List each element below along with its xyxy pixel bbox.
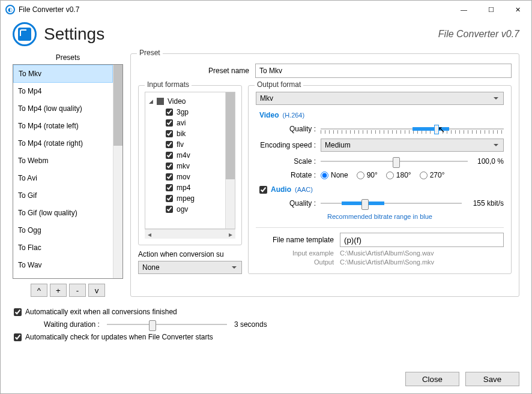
scale-value: 100,0 % [474, 157, 504, 166]
preset-up-button[interactable]: ^ [31, 284, 47, 297]
tree-vscrollbar[interactable] [225, 92, 235, 228]
preset-remove-button[interactable]: - [69, 284, 86, 297]
scale-slider[interactable] [321, 155, 468, 167]
action-dropdown[interactable]: None [138, 261, 242, 274]
preset-item[interactable]: To Mp3 [13, 274, 113, 278]
format-checkbox[interactable] [166, 195, 173, 202]
rotate-label: Rotate : [256, 171, 316, 179]
window-title: File Converter v0.7 [19, 5, 79, 14]
preset-item[interactable]: To Mp4 (low quality) [13, 100, 113, 118]
format-item[interactable]: mkv [148, 161, 223, 172]
save-button[interactable]: Save [465, 372, 519, 386]
format-checkbox[interactable] [166, 119, 173, 127]
video-codec-label: (H.264) [282, 112, 304, 119]
auto-update-checkbox[interactable] [14, 333, 22, 341]
preset-item[interactable]: To Gif (low quality) [13, 204, 113, 222]
close-window-button[interactable]: ✕ [504, 1, 531, 19]
preset-item[interactable]: To Flac [13, 239, 113, 257]
preset-name-input[interactable] [255, 64, 512, 78]
format-item[interactable]: avi [148, 118, 223, 128]
format-item[interactable]: 3gp [148, 107, 223, 118]
preset-item[interactable]: To Wav [13, 257, 113, 274]
preset-group-label: Preset [137, 49, 163, 57]
format-item[interactable]: ogv [148, 204, 223, 215]
format-checkbox[interactable] [166, 163, 173, 170]
tree-expand-icon[interactable]: ◢ [149, 98, 153, 104]
format-checkbox[interactable] [166, 130, 173, 137]
preset-item[interactable]: To Mkv [13, 65, 113, 83]
filename-template-input[interactable] [340, 233, 504, 247]
audio-codec-label: (AAC) [295, 186, 313, 193]
video-quality-label: Quality : [256, 125, 316, 133]
wait-duration-label: Waiting duration : [44, 320, 100, 329]
audio-quality-label: Quality : [256, 199, 316, 207]
wait-duration-slider[interactable] [107, 318, 227, 330]
maximize-button[interactable]: ☐ [477, 1, 504, 19]
rotate-option[interactable]: None [321, 171, 348, 179]
app-version-label: File Converter v0.7 [438, 29, 519, 40]
header: Settings File Converter v0.7 [1, 19, 531, 53]
wait-duration-value: 3 seconds [234, 320, 267, 329]
tree-root-checkbox[interactable] [157, 98, 164, 105]
input-formats-label: Input formats [145, 80, 192, 89]
output-example-value: C:\Music\Artist\Album\Song.mkv [340, 258, 434, 266]
rotate-option[interactable]: 270° [420, 171, 445, 179]
preset-scrollbar[interactable] [113, 65, 122, 278]
preset-down-button[interactable]: v [88, 284, 105, 297]
input-formats-tree[interactable]: ◢ Video 3gpavibikflvm4vmkvmovmp4mpegogv [145, 92, 225, 228]
auto-exit-checkbox[interactable] [14, 308, 22, 316]
format-checkbox[interactable] [166, 152, 173, 159]
format-checkbox[interactable] [166, 184, 173, 191]
titlebar: ◐ File Converter v0.7 — ☐ ✕ [1, 1, 531, 19]
format-item[interactable]: m4v [148, 150, 223, 161]
preset-name-label: Preset name [138, 67, 249, 75]
app-icon: ◐ [5, 5, 15, 14]
preset-item[interactable]: To Webm [13, 152, 113, 170]
close-button[interactable]: Close [405, 372, 459, 386]
video-quality-slider[interactable]: ↖ [321, 123, 504, 135]
preset-item[interactable]: To Mp4 (rotate left) [13, 118, 113, 135]
rotate-option[interactable]: 90° [357, 171, 378, 179]
format-item[interactable]: mp4 [148, 182, 223, 193]
format-item[interactable]: mov [148, 172, 223, 182]
preset-item[interactable]: To Gif [13, 187, 113, 204]
encoding-speed-label: Encoding speed : [256, 141, 316, 149]
auto-update-label: Automatically check for updates when Fil… [25, 333, 213, 341]
audio-section-label: Audio [271, 185, 291, 194]
format-item[interactable]: mpeg [148, 193, 223, 204]
preset-item[interactable]: To Ogg [13, 222, 113, 239]
presets-label: Presets [13, 53, 123, 62]
format-item[interactable]: bik [148, 128, 223, 139]
output-format-label: Output format [255, 80, 303, 89]
preset-add-button[interactable]: + [50, 284, 67, 297]
video-section-label: Video [259, 111, 279, 119]
filename-template-label: File name template [256, 236, 334, 244]
tree-hscrollbar[interactable]: ◂▸ [145, 229, 235, 239]
tree-root-label: Video [168, 97, 186, 106]
format-item[interactable]: flv [148, 139, 223, 150]
audio-quality-slider[interactable] [321, 197, 462, 209]
audio-bitrate-value: 155 kbit/s [468, 199, 504, 207]
output-format-dropdown[interactable]: Mkv [256, 92, 504, 105]
preset-list[interactable]: To MkvTo Mp4To Mp4 (low quality)To Mp4 (… [13, 65, 113, 278]
logo-icon [13, 22, 37, 46]
format-checkbox[interactable] [166, 141, 173, 148]
bitrate-recommend-label: Recommended bitrate range in blue [256, 213, 504, 220]
format-checkbox[interactable] [166, 173, 173, 181]
encoding-speed-dropdown[interactable]: Medium [321, 139, 504, 152]
minimize-button[interactable]: — [450, 1, 477, 19]
format-checkbox[interactable] [166, 206, 173, 213]
input-example-label: Input example [256, 249, 334, 257]
action-label: Action when conversion su [138, 250, 242, 258]
preset-item[interactable]: To Avi [13, 170, 113, 187]
output-example-label: Output [256, 258, 334, 266]
auto-exit-label: Automatically exit when all conversions … [25, 308, 177, 316]
rotate-option[interactable]: 180° [386, 171, 411, 179]
page-title: Settings [44, 25, 104, 44]
input-example-value: C:\Music\Artist\Album\Song.wav [340, 249, 434, 257]
scale-label: Scale : [256, 157, 316, 166]
format-checkbox[interactable] [166, 109, 173, 116]
preset-item[interactable]: To Mp4 (rotate right) [13, 135, 113, 152]
preset-item[interactable]: To Mp4 [13, 83, 113, 100]
audio-enabled-checkbox[interactable] [259, 186, 267, 194]
